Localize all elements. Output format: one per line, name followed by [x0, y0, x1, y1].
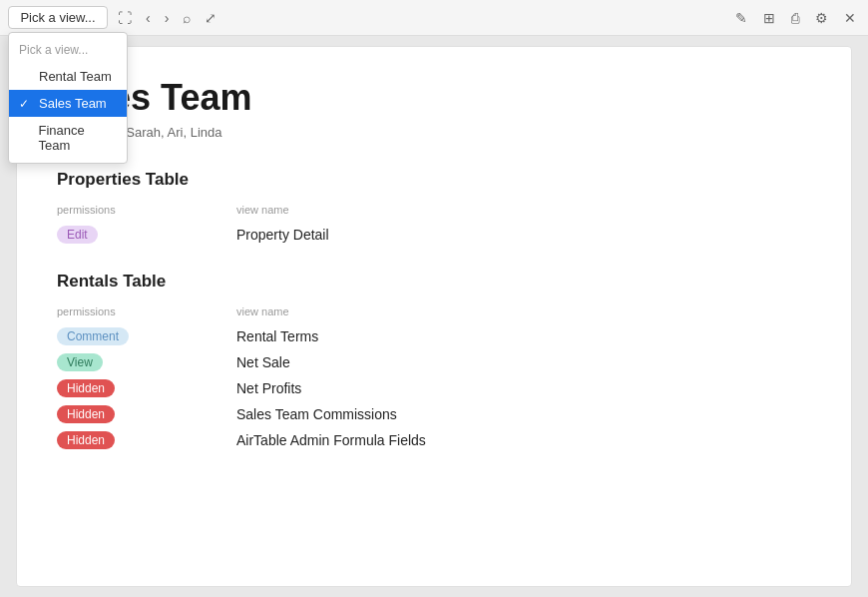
properties-col-permissions: permissions: [57, 204, 157, 216]
link-icon: ⛶: [114, 8, 136, 28]
dropdown-item-sales-team[interactable]: ✓ Sales Team: [9, 90, 127, 117]
view-name-net-profits: Net Profits: [236, 380, 301, 396]
print-button[interactable]: ⎙: [787, 8, 803, 28]
permission-cell-hidden-2: Hidden: [57, 405, 157, 423]
table-row: View Net Sale: [57, 353, 811, 371]
properties-table-headers: permissions view name: [57, 204, 811, 216]
dropdown-item-rental-team[interactable]: Rental Team: [9, 63, 127, 90]
checkmark-sales: ✓: [19, 97, 33, 111]
forward-button[interactable]: ›: [161, 8, 174, 28]
badge-comment: Comment: [57, 327, 129, 345]
page-subtitle: John, Sam, Sarah, Ari, Linda: [57, 125, 811, 140]
rentals-table-headers: permissions view name: [57, 305, 811, 317]
dropdown-label-finance-team: Finance Team: [39, 123, 118, 153]
close-button[interactable]: ✕: [840, 8, 860, 28]
top-bar: Pick a view... ⛶ ‹ › ⌕ ⤢ ✎ ⊞ ⎙ ⚙ ✕: [0, 0, 868, 36]
permission-cell: Edit: [57, 226, 157, 244]
pencil-button[interactable]: ✎: [731, 8, 751, 28]
rentals-table-title: Rentals Table: [57, 272, 811, 292]
badge-view: View: [57, 353, 103, 371]
rentals-table-section: Rentals Table permissions view name Comm…: [57, 272, 811, 449]
rentals-col-permissions: permissions: [57, 305, 157, 317]
rentals-col-viewname: view name: [236, 305, 336, 317]
dropdown-label-sales-team: Sales Team: [39, 96, 107, 111]
grid-button[interactable]: ⊞: [759, 8, 779, 28]
view-name-airtable-admin: AirTable Admin Formula Fields: [236, 432, 426, 448]
table-row: Hidden Net Profits: [57, 379, 811, 397]
properties-table-section: Properties Table permissions view name E…: [57, 170, 811, 244]
back-button[interactable]: ‹: [142, 8, 155, 28]
permission-cell-hidden-1: Hidden: [57, 379, 157, 397]
search-button[interactable]: ⌕: [179, 8, 195, 28]
permission-cell-hidden-3: Hidden: [57, 431, 157, 449]
checkmark-finance: [19, 131, 33, 145]
properties-col-viewname: view name: [236, 204, 336, 216]
dropdown-item-finance-team[interactable]: Finance Team: [9, 117, 127, 159]
badge-edit: Edit: [57, 226, 98, 244]
table-row: Edit Property Detail: [57, 226, 811, 244]
table-row: Comment Rental Terms: [57, 327, 811, 345]
table-row: Hidden AirTable Admin Formula Fields: [57, 431, 811, 449]
badge-hidden-2: Hidden: [57, 405, 115, 423]
dropdown-header: Pick a view...: [9, 37, 127, 63]
dropdown-label-rental-team: Rental Team: [39, 69, 112, 84]
top-bar-right: ✎ ⊞ ⎙ ⚙ ✕: [731, 8, 860, 28]
view-name-sales-team-commissions: Sales Team Commissions: [236, 406, 397, 422]
table-row: Hidden Sales Team Commissions: [57, 405, 811, 423]
page-title: Sales Team: [57, 77, 811, 119]
view-name-rental-terms: Rental Terms: [236, 328, 318, 344]
permission-cell-comment: Comment: [57, 327, 157, 345]
gear-button[interactable]: ⚙: [811, 8, 832, 28]
view-name-property-detail: Property Detail: [236, 227, 329, 243]
badge-hidden-1: Hidden: [57, 379, 115, 397]
permission-cell-view: View: [57, 353, 157, 371]
view-name-net-sale: Net Sale: [236, 354, 290, 370]
checkmark-rental: [19, 70, 33, 84]
view-picker-button[interactable]: Pick a view...: [8, 6, 108, 29]
expand-button[interactable]: ⤢: [201, 8, 220, 28]
view-picker-dropdown: Pick a view... Rental Team ✓ Sales Team …: [8, 32, 128, 164]
properties-table-title: Properties Table: [57, 170, 811, 190]
main-content: Sales Team John, Sam, Sarah, Ari, Linda …: [16, 46, 852, 587]
badge-hidden-3: Hidden: [57, 431, 115, 449]
